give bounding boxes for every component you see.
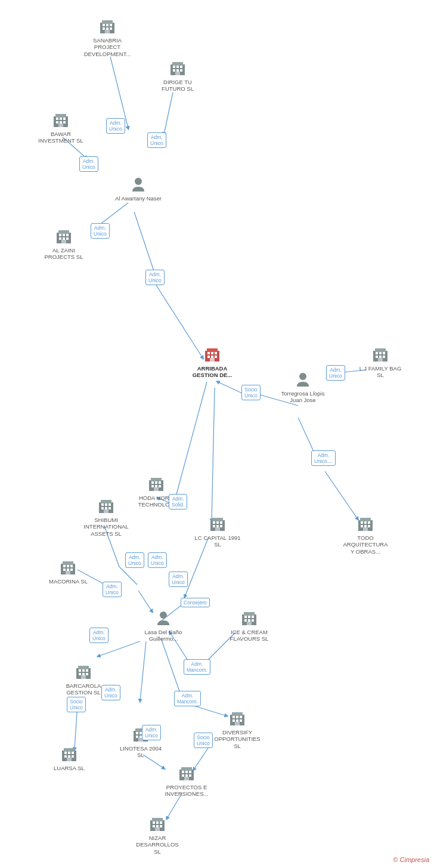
svg-rect-65 [61,240,66,243]
svg-rect-128 [67,569,69,571]
svg-rect-98 [155,481,157,484]
badge-adm-solid[interactable]: Adm.Solid. [169,494,187,509]
svg-rect-106 [101,503,104,506]
svg-rect-41 [173,66,175,68]
badge-adm-mancom-2[interactable]: Adm.Mancom. [174,691,201,706]
node-proyectos[interactable]: PROYECTOS E INVERSIONES... [163,764,210,798]
svg-rect-147 [82,673,85,675]
badge-adm-mancom-1[interactable]: Adm.Mancom. [184,659,210,675]
svg-rect-155 [64,755,67,758]
badge-adm-unico-10[interactable]: Adm.Unico [169,572,188,587]
svg-rect-69 [207,352,210,354]
building-icon-proyectos [177,764,196,783]
building-icon-dirige [168,58,187,78]
svg-rect-114 [212,518,223,521]
node-shibumi[interactable]: SHIBUMI INTERNATIONAL ASSETS SL [82,496,130,537]
svg-rect-144 [82,669,85,672]
svg-rect-178 [181,767,192,771]
svg-rect-111 [108,507,111,509]
node-todo-arq[interactable]: TODO ARQUITECTURA Y OBRAS... [342,514,389,555]
svg-rect-153 [68,752,70,754]
badge-adm-unico-3[interactable]: Adm.Unico [79,156,98,172]
svg-rect-55 [63,121,66,123]
label-lc-capital: LC CAPITAL 1991 SL [194,535,241,548]
label-macorina: MACORINA SL [49,578,88,585]
svg-line-13 [212,388,215,521]
svg-rect-47 [175,72,180,75]
svg-rect-75 [210,358,215,362]
svg-rect-87 [360,518,371,521]
badge-adm-unico-11[interactable]: Adm.Unico [103,582,122,597]
node-lj-family[interactable]: L J FAMILY BAG SL [356,345,404,379]
svg-rect-182 [182,774,184,777]
svg-rect-89 [364,521,367,524]
svg-rect-32 [103,24,105,26]
svg-rect-134 [244,616,247,618]
diagram-container: SANABRIA PROJECT DEVELOPMENT... DIRIGE T… [0,0,434,868]
node-nizar[interactable]: NIZAR DESARROLLOS SL [134,814,181,855]
label-al-awartany: Al Awartany Naser [115,195,162,202]
badge-adm-unico-5[interactable]: Adm.Unico [145,270,165,285]
node-dirige[interactable]: DIRIGE TU FUTURO SL [154,58,202,92]
svg-line-25 [161,638,182,698]
node-barcarola[interactable]: BARCAROLA GESTION SL [60,662,107,696]
label-lj-family: L J FAMILY BAG SL [356,365,404,379]
label-proyectos: PROYECTOS E INVERSIONES... [163,784,210,798]
building-icon-bawar [51,110,70,129]
badge-adm-unico-6[interactable]: Adm.Unico [326,365,345,381]
badge-adm-unico-13[interactable]: Adm.Unico [101,685,120,700]
svg-rect-78 [376,352,378,354]
svg-rect-71 [215,352,217,354]
svg-rect-170 [232,716,235,718]
svg-rect-185 [184,777,189,780]
badge-socio-unico-3[interactable]: SocioÚnico [194,733,213,748]
svg-rect-171 [236,716,238,718]
badge-adm-unico-2[interactable]: Adm.Unico [147,132,166,148]
svg-line-11 [176,382,207,496]
svg-rect-36 [106,27,108,30]
badge-adm-unico-9[interactable]: Adm.Unico [148,552,167,568]
svg-rect-42 [176,66,179,68]
node-al-zaini[interactable]: AL ZAINI PROJECTS SL [40,227,88,261]
building-icon-arribada [203,345,222,364]
badge-consejero[interactable]: Consejero [181,598,210,607]
label-todo-arq: TODO ARQUITECTURA Y OBRAS... [342,535,389,555]
svg-rect-51 [60,118,62,120]
svg-rect-194 [155,827,160,831]
badge-adm-unico-1[interactable]: Adm.Unico [106,118,125,134]
node-lasa[interactable]: Lasa Del Caño Guillermo... [140,608,187,642]
node-sanabria[interactable]: SANABRIA PROJECT DEVELOPMENT... [83,17,131,57]
svg-rect-70 [211,352,213,354]
svg-rect-46 [180,69,182,72]
node-luarsa[interactable]: LUARSA SL [54,745,85,771]
node-lc-capital[interactable]: LC CAPITAL 1991 SL [194,514,241,548]
node-diversify[interactable]: DIVERSIFY OPPORTUNITIES SL [213,709,261,749]
node-al-awartany[interactable]: Al Awartany Naser [115,175,162,202]
badge-socio-unico-1[interactable]: SocioÚnico [241,385,261,400]
node-bawar[interactable]: BAWAR INVESTMENT SL [37,110,85,144]
badge-adm-unico-12[interactable]: Adm.Unico [89,628,108,643]
badge-socio-unico-2[interactable]: SocioÚnico [67,697,86,712]
badge-adm-unico-14[interactable]: Adm.Unico [142,725,161,740]
node-torregrosa[interactable]: Torregrosa Llopis Juan Jose [279,370,327,404]
person-icon-lasa [154,608,173,628]
building-icon-nizar [148,814,167,833]
svg-rect-81 [376,356,378,358]
svg-rect-77 [375,348,386,352]
label-shibumi: SHIBUMI INTERNATIONAL ASSETS SL [82,517,130,537]
node-arribada[interactable]: ARRIBADA GESTION DE... [188,345,236,379]
label-bawar: BAWAR INVESTMENT SL [37,131,85,144]
svg-rect-74 [215,356,217,358]
node-macorina[interactable]: MACORINA SL [49,558,88,585]
svg-rect-120 [220,525,222,527]
svg-rect-117 [220,521,222,524]
svg-rect-49 [55,114,66,118]
svg-rect-123 [63,561,73,565]
node-ice-cream[interactable]: ICE & CREAM FLAVOURS SL [225,608,273,642]
badge-adm-unico-7[interactable]: Adm.Unico.... [311,450,336,466]
svg-rect-45 [176,69,179,72]
building-icon-macorina [58,558,78,577]
badge-adm-unico-4[interactable]: Adm.Unico [91,223,110,239]
badge-adm-unico-8[interactable]: Adm.Unico [125,552,144,568]
svg-rect-146 [79,673,81,675]
